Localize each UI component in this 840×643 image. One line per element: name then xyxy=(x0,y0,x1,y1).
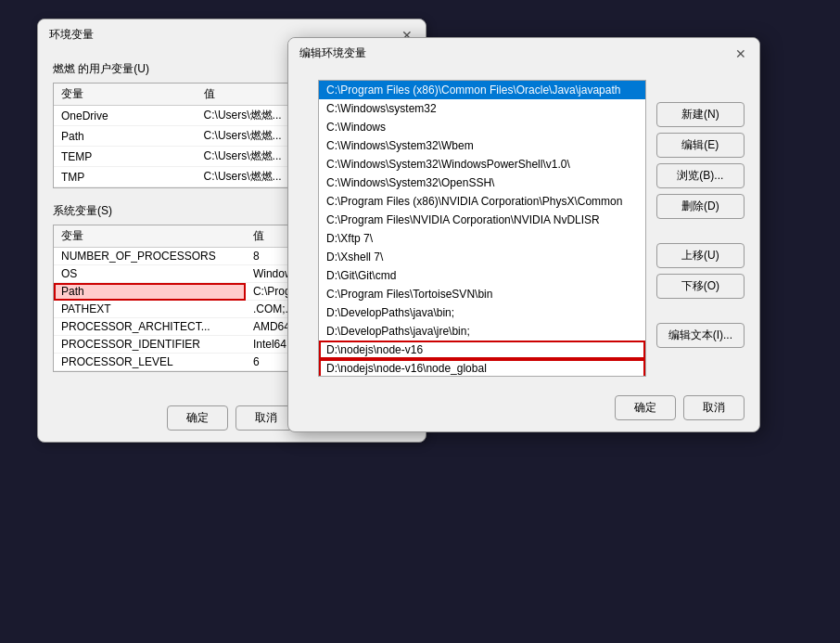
edit-env-var-dialog: 编辑环境变量 ✕ C:\Program Files (x86)\Common F… xyxy=(287,37,760,432)
fg-action-buttons: 新建(N) 编辑(E) 浏览(B)... 删除(D) 上移(U) 下移(O) 编… xyxy=(656,102,745,348)
fg-dialog-content: C:\Program Files (x86)\Common Files\Orac… xyxy=(288,69,759,388)
path-list-item[interactable]: D:\DevelopPaths\java\jre\bin; xyxy=(319,322,645,341)
bg-confirm-button[interactable]: 确定 xyxy=(167,405,228,431)
sys-var-name: NUMBER_OF_PROCESSORS xyxy=(54,248,246,265)
path-list-item[interactable]: C:\Windows\System32\Wbem xyxy=(319,136,645,155)
user-var-name: OneDrive xyxy=(54,106,197,126)
move-up-button[interactable]: 上移(U) xyxy=(656,243,745,268)
browse-path-button[interactable]: 浏览(B)... xyxy=(656,163,745,188)
path-list-item[interactable]: D:\nodejs\node-v16 xyxy=(319,341,645,359)
fg-dialog-titlebar: 编辑环境变量 ✕ xyxy=(288,38,759,69)
path-list-item[interactable]: C:\Program Files (x86)\Common Files\Orac… xyxy=(319,81,645,99)
path-list: C:\Program Files (x86)\Common Files\Orac… xyxy=(318,80,646,377)
path-list-item[interactable]: C:\Program Files\NVIDIA Corporation\NVID… xyxy=(319,211,645,229)
sys-var-name: PATHEXT xyxy=(54,301,246,318)
user-var-name: Path xyxy=(54,126,197,147)
fg-confirm-button[interactable]: 确定 xyxy=(615,395,676,420)
path-list-item[interactable]: C:\Windows\system32 xyxy=(319,99,645,118)
path-list-item[interactable]: C:\Windows xyxy=(319,118,645,136)
delete-path-button[interactable]: 删除(D) xyxy=(656,194,745,219)
path-list-item[interactable]: C:\Windows\System32\WindowsPowerShell\v1… xyxy=(319,155,645,174)
user-var-name: TMP xyxy=(54,167,197,187)
sys-var-name: PROCESSOR_IDENTIFIER xyxy=(54,336,246,354)
sys-var-name: PROCESSOR_ARCHITECT... xyxy=(54,318,246,336)
sys-col-var: 变量 xyxy=(54,225,246,248)
path-list-item[interactable]: C:\Program Files (x86)\NVIDIA Corporatio… xyxy=(319,192,645,211)
sys-var-name: OS xyxy=(54,265,246,283)
bg-dialog-title: 环境变量 xyxy=(49,27,94,43)
path-list-item[interactable]: C:\Windows\System32\OpenSSH\ xyxy=(319,174,645,192)
path-list-item[interactable]: D:\Xshell 7\ xyxy=(319,248,645,266)
fg-close-button[interactable]: ✕ xyxy=(733,46,748,61)
fg-dialog-footer: 确定 取消 xyxy=(288,388,759,431)
sys-var-name: PROCESSOR_LEVEL xyxy=(54,354,246,371)
fg-cancel-button[interactable]: 取消 xyxy=(683,395,745,420)
move-down-button[interactable]: 下移(O) xyxy=(656,274,745,299)
path-list-item[interactable]: D:\Git\Git\cmd xyxy=(319,266,645,285)
path-list-item[interactable]: C:\Program Files\TortoiseSVN\bin xyxy=(319,285,645,303)
edit-path-button[interactable]: 编辑(E) xyxy=(656,133,745,158)
sys-var-name: Path xyxy=(54,283,246,301)
new-path-button[interactable]: 新建(N) xyxy=(656,102,745,127)
path-list-item[interactable]: D:\Xftp 7\ xyxy=(319,229,645,248)
path-list-item[interactable]: D:\DevelopPaths\java\bin; xyxy=(319,303,645,322)
edit-text-button[interactable]: 编辑文本(I)... xyxy=(656,323,745,348)
user-col-var: 变量 xyxy=(54,84,197,106)
path-list-item[interactable]: D:\nodejs\node-v16\node_global xyxy=(319,359,645,377)
user-var-name: TEMP xyxy=(54,147,197,167)
fg-dialog-title: 编辑环境变量 xyxy=(299,45,366,61)
